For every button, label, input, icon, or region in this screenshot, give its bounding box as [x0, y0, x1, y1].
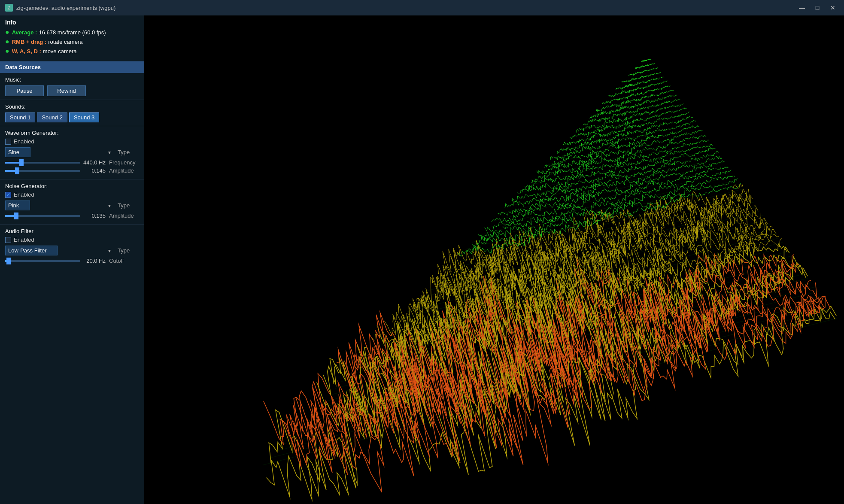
- filter-type-select-wrapper: Low-Pass Filter: [5, 246, 114, 255]
- info-row-wasd: ● W, A, S, D : move camera: [5, 47, 139, 55]
- waveform-amplitude-row: 0.145 Amplitude: [5, 167, 139, 174]
- filter-label: Audio Filter: [5, 228, 139, 234]
- value-rmb: rotate camera: [48, 39, 82, 45]
- noise-label: Noise Generator:: [5, 183, 139, 189]
- info-row-fps: ● Average : 16.678 ms/frame (60.0 fps): [5, 28, 139, 36]
- waveform-enabled-checkbox[interactable]: [5, 139, 11, 145]
- waveform-type-select-wrapper: Sine: [5, 147, 114, 157]
- filter-enabled-checkbox[interactable]: [5, 237, 11, 243]
- app-icon: Z: [5, 4, 13, 12]
- noise-amplitude-slider-wrapper: 0.135: [5, 213, 106, 219]
- music-buttons: Pause Rewind: [5, 85, 139, 96]
- sounds-section: Sounds: Sound 1 Sound 2 Sound 3: [0, 100, 144, 126]
- filter-type-select[interactable]: Low-Pass Filter: [5, 246, 58, 255]
- waveform-label: Waveform Generator:: [5, 130, 139, 136]
- noise-enabled-checkbox[interactable]: [5, 192, 11, 198]
- waveform-enabled-row: Enabled: [5, 138, 139, 145]
- noise-amplitude-slider[interactable]: [5, 215, 80, 217]
- waveform-amplitude-slider[interactable]: [5, 170, 80, 172]
- filter-cutoff-label: Cutoff: [109, 258, 139, 264]
- waveform-type-label: Type: [118, 149, 139, 155]
- music-section: Music: Pause Rewind: [0, 73, 144, 100]
- filter-cutoff-slider-wrapper: 20.0 Hz: [5, 258, 106, 264]
- audio-visualization-canvas: [144, 15, 844, 504]
- rewind-button[interactable]: Rewind: [47, 85, 86, 96]
- bullet-fps: ●: [5, 28, 9, 36]
- titlebar-left: Z zig-gamedev: audio experiments (wgpu): [5, 4, 115, 12]
- waveform-frequency-value: 440.0 Hz: [82, 159, 106, 166]
- waveform-amplitude-label: Amplitude: [109, 167, 139, 174]
- sidebar: Info ● Average : 16.678 ms/frame (60.0 f…: [0, 15, 144, 504]
- bullet-rmb: ●: [5, 38, 9, 46]
- waveform-frequency-label: Frequency: [109, 159, 139, 166]
- sound2-button[interactable]: Sound 2: [37, 112, 67, 122]
- waveform-frequency-slider-wrapper: 440.0 Hz: [5, 159, 106, 166]
- waveform-amplitude-slider-wrapper: 0.145: [5, 167, 106, 174]
- label-rmb: RMB + drag :: [12, 39, 47, 45]
- label-average: Average :: [12, 29, 37, 36]
- filter-enabled-label: Enabled: [14, 237, 34, 243]
- noise-amplitude-row: 0.135 Amplitude: [5, 213, 139, 219]
- value-fps: 16.678 ms/frame (60.0 fps): [39, 29, 106, 36]
- noise-type-label: Type: [118, 202, 139, 209]
- filter-enabled-row: Enabled: [5, 237, 139, 243]
- noise-amplitude-value: 0.135: [82, 213, 106, 219]
- titlebar: Z zig-gamedev: audio experiments (wgpu) …: [0, 0, 844, 15]
- main-layout: Info ● Average : 16.678 ms/frame (60.0 f…: [0, 15, 844, 504]
- music-label: Music:: [5, 76, 139, 83]
- waveform-amplitude-value: 0.145: [82, 167, 106, 174]
- waveform-type-select[interactable]: Sine: [5, 147, 30, 157]
- filter-type-label: Type: [118, 247, 139, 254]
- filter-type-row: Low-Pass Filter Type: [5, 246, 139, 255]
- info-section: Info ● Average : 16.678 ms/frame (60.0 f…: [0, 15, 144, 61]
- close-button[interactable]: ✕: [827, 3, 839, 13]
- minimize-button[interactable]: —: [796, 3, 808, 13]
- filter-cutoff-slider[interactable]: [5, 260, 80, 262]
- waveform-type-row: Sine Type: [5, 147, 139, 157]
- noise-amplitude-label: Amplitude: [109, 213, 139, 219]
- sound3-button[interactable]: Sound 3: [69, 112, 99, 122]
- pause-button[interactable]: Pause: [5, 85, 44, 96]
- noise-generator-section: Noise Generator: Enabled Pink Type 0.135: [0, 179, 144, 225]
- waveform-enabled-label: Enabled: [14, 138, 34, 145]
- data-sources-header: Data Sources: [0, 61, 144, 73]
- waveform-generator-section: Waveform Generator: Enabled Sine Type 44…: [0, 126, 144, 179]
- waveform-frequency-row: 440.0 Hz Frequency: [5, 159, 139, 166]
- noise-type-select-wrapper: Pink: [5, 200, 114, 210]
- filter-cutoff-row: 20.0 Hz Cutoff: [5, 258, 139, 264]
- sounds-label: Sounds:: [5, 103, 139, 110]
- noise-enabled-row: Enabled: [5, 191, 139, 198]
- info-row-rmb: ● RMB + drag : rotate camera: [5, 38, 139, 46]
- sound1-button[interactable]: Sound 1: [5, 112, 35, 122]
- audio-filter-section: Audio Filter Enabled Low-Pass Filter Typ…: [0, 225, 144, 269]
- titlebar-controls: — □ ✕: [796, 3, 839, 13]
- sound-buttons: Sound 1 Sound 2 Sound 3: [5, 112, 139, 122]
- maximize-button[interactable]: □: [811, 3, 823, 13]
- noise-type-row: Pink Type: [5, 200, 139, 210]
- waveform-frequency-slider[interactable]: [5, 162, 80, 164]
- value-wasd: move camera: [43, 48, 77, 55]
- label-wasd: W, A, S, D :: [12, 48, 41, 55]
- titlebar-title: zig-gamedev: audio experiments (wgpu): [16, 5, 115, 11]
- visualization-area[interactable]: [144, 15, 844, 504]
- bullet-wasd: ●: [5, 47, 9, 55]
- info-title: Info: [5, 19, 139, 26]
- filter-cutoff-value: 20.0 Hz: [82, 258, 106, 264]
- noise-enabled-label: Enabled: [14, 191, 34, 198]
- noise-type-select[interactable]: Pink: [5, 200, 30, 210]
